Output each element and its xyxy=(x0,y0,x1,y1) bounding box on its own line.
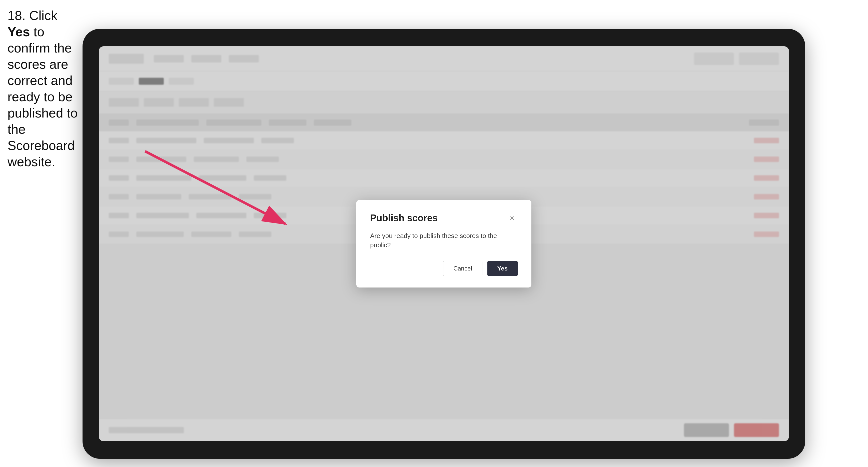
yes-button[interactable]: Yes xyxy=(487,261,518,276)
cancel-button[interactable]: Cancel xyxy=(443,261,483,276)
tablet-frame: Publish scores × Are you ready to publis… xyxy=(83,29,805,459)
text-before-bold: Click xyxy=(26,8,57,23)
step-number: 18. xyxy=(7,8,26,23)
modal-footer: Cancel Yes xyxy=(370,261,518,276)
bold-yes: Yes xyxy=(7,25,30,39)
text-after: to confirm the scores are correct and re… xyxy=(7,25,78,169)
modal-header: Publish scores × xyxy=(370,213,518,224)
modal-body-text: Are you ready to publish these scores to… xyxy=(370,231,518,249)
tablet-screen: Publish scores × Are you ready to publis… xyxy=(99,46,789,441)
instruction-text: 18. Click Yes to confirm the scores are … xyxy=(7,7,80,170)
modal-close-button[interactable]: × xyxy=(506,213,518,224)
modal-overlay: Publish scores × Are you ready to publis… xyxy=(99,46,789,441)
modal-title: Publish scores xyxy=(370,213,438,223)
publish-scores-modal: Publish scores × Are you ready to publis… xyxy=(356,200,531,287)
